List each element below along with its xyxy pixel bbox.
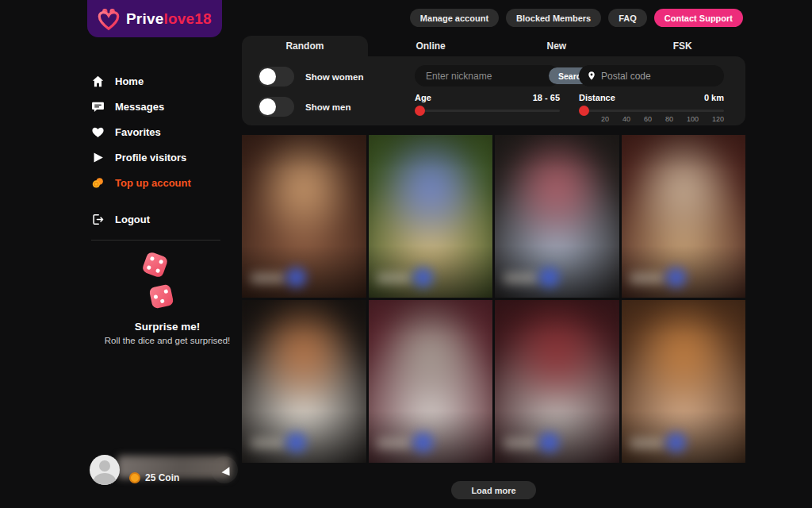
header-buttons: Manage account Blocked Members FAQ Conta… bbox=[410, 9, 743, 27]
distance-label: Distance bbox=[579, 93, 615, 102]
blurred-name bbox=[251, 274, 285, 283]
sidebar-item-favorites[interactable]: Favorites bbox=[91, 119, 191, 144]
blurred-name bbox=[377, 439, 412, 448]
sidebar-item-top-up-account[interactable]: Top up account bbox=[91, 170, 191, 195]
tick-label: 120 bbox=[712, 115, 724, 123]
profile-card[interactable] bbox=[622, 135, 746, 298]
location-pin-icon bbox=[587, 70, 596, 82]
surprise-title: Surprise me! bbox=[95, 321, 239, 333]
show-women-label: Show women bbox=[305, 72, 363, 82]
coin-icon bbox=[129, 472, 140, 483]
tick-label: 100 bbox=[687, 115, 699, 123]
age-label: Age bbox=[415, 93, 431, 102]
sidebar-item-label: Logout bbox=[115, 214, 150, 225]
sidebar-item-messages[interactable]: Messages bbox=[91, 94, 191, 119]
coins-icon bbox=[91, 176, 105, 190]
coin-balance: 25 Coin bbox=[129, 472, 179, 483]
sidebar-item-label: Home bbox=[115, 75, 144, 87]
heart-couple-icon bbox=[97, 7, 121, 31]
chat-icon bbox=[91, 100, 105, 114]
profile-card[interactable] bbox=[242, 300, 366, 463]
logo-prefix: Prive bbox=[126, 10, 163, 27]
age-slider-thumb[interactable] bbox=[415, 106, 425, 116]
distance-slider-block: Distance 0 km 20 40 60 80 100 120 bbox=[579, 93, 724, 123]
profile-card[interactable] bbox=[495, 135, 619, 298]
sidebar-divider bbox=[91, 240, 220, 241]
online-badge bbox=[666, 267, 686, 287]
sidebar-item-logout[interactable]: Logout bbox=[91, 206, 191, 232]
blurred-name bbox=[630, 439, 665, 448]
profile-grid bbox=[242, 135, 745, 463]
blurred-name bbox=[504, 439, 538, 448]
show-men-toggle[interactable] bbox=[258, 97, 294, 117]
sidebar-item-label: Profile visitors bbox=[115, 152, 186, 164]
dice-icon bbox=[141, 251, 169, 279]
online-badge bbox=[666, 433, 686, 452]
blurred-name bbox=[630, 274, 665, 283]
main-column: Random Online New FSK Show women Show me… bbox=[242, 36, 745, 125]
tab-new[interactable]: New bbox=[494, 36, 620, 56]
tab-random[interactable]: Random bbox=[242, 36, 368, 56]
sidebar-item-label: Top up account bbox=[115, 177, 191, 189]
user-account-area: 25 Coin bbox=[90, 453, 240, 488]
sidebar-item-label: Messages bbox=[115, 101, 164, 113]
avatar-head bbox=[99, 460, 110, 471]
toggle-knob bbox=[259, 68, 276, 85]
play-icon bbox=[91, 151, 105, 164]
online-badge bbox=[413, 433, 433, 452]
surprise-me-widget[interactable]: Surprise me! Roll the dice and get surpr… bbox=[95, 248, 239, 345]
surprise-subtitle: Roll the dice and get surprised! bbox=[95, 336, 239, 345]
coin-balance-label: 25 Coin bbox=[145, 472, 179, 483]
nickname-input[interactable] bbox=[415, 71, 549, 82]
contact-support-button[interactable]: Contact Support bbox=[654, 9, 743, 27]
avatar-body bbox=[94, 473, 116, 485]
tick-label: 60 bbox=[644, 115, 652, 123]
logo-suffix: love18 bbox=[163, 10, 211, 27]
distance-ticks: 20 40 60 80 100 120 bbox=[579, 112, 724, 123]
tick-label: 80 bbox=[665, 115, 673, 123]
heart-icon bbox=[91, 125, 105, 139]
dice-icon bbox=[148, 283, 174, 309]
postal-code-input[interactable] bbox=[601, 71, 724, 82]
blurred-name bbox=[504, 274, 538, 283]
profile-card[interactable] bbox=[622, 300, 746, 463]
logo[interactable]: Privelove18 bbox=[87, 0, 222, 37]
tab-online[interactable]: Online bbox=[368, 36, 494, 56]
sidebar-item-home[interactable]: Home bbox=[91, 68, 191, 94]
blurred-name bbox=[251, 439, 285, 448]
profile-card[interactable] bbox=[242, 135, 366, 298]
avatar[interactable] bbox=[90, 455, 120, 485]
load-more-button[interactable]: Load more bbox=[451, 481, 536, 499]
show-women-row: Show women bbox=[258, 67, 363, 87]
sidebar-nav: Home Messages Favorites Profile visitors… bbox=[91, 68, 191, 232]
age-slider-block: Age 18 - 65 bbox=[415, 93, 560, 112]
show-women-toggle[interactable] bbox=[258, 67, 294, 87]
distance-slider-track[interactable] bbox=[579, 110, 724, 112]
profile-card[interactable] bbox=[369, 300, 493, 463]
faq-button[interactable]: FAQ bbox=[608, 9, 647, 27]
nickname-search-field: Search bbox=[415, 65, 560, 87]
age-slider-track[interactable] bbox=[415, 110, 560, 112]
blurred-name bbox=[377, 274, 412, 283]
postal-code-field bbox=[579, 65, 724, 87]
age-range-value: 18 - 65 bbox=[533, 93, 560, 102]
logout-icon bbox=[91, 213, 105, 226]
sidebar-item-label: Favorites bbox=[115, 126, 161, 138]
online-badge bbox=[413, 267, 433, 287]
tick-label: 20 bbox=[601, 115, 609, 123]
show-men-label: Show men bbox=[305, 102, 351, 112]
filter-panel: Show women Show men Search Age 18 - 65 bbox=[242, 56, 745, 125]
home-icon bbox=[91, 75, 105, 88]
tab-fsk[interactable]: FSK bbox=[619, 36, 745, 56]
sidebar-item-profile-visitors[interactable]: Profile visitors bbox=[91, 144, 191, 170]
logo-text: Privelove18 bbox=[126, 10, 212, 28]
profile-card[interactable] bbox=[495, 300, 619, 463]
distance-value: 0 km bbox=[704, 93, 724, 102]
manage-account-button[interactable]: Manage account bbox=[410, 9, 499, 27]
tab-bar: Random Online New FSK bbox=[242, 36, 745, 56]
profile-card[interactable] bbox=[369, 135, 493, 298]
blocked-members-button[interactable]: Blocked Members bbox=[506, 9, 601, 27]
tick-label: 40 bbox=[622, 115, 630, 123]
distance-slider-thumb[interactable] bbox=[579, 106, 589, 116]
toggle-knob bbox=[259, 98, 276, 115]
